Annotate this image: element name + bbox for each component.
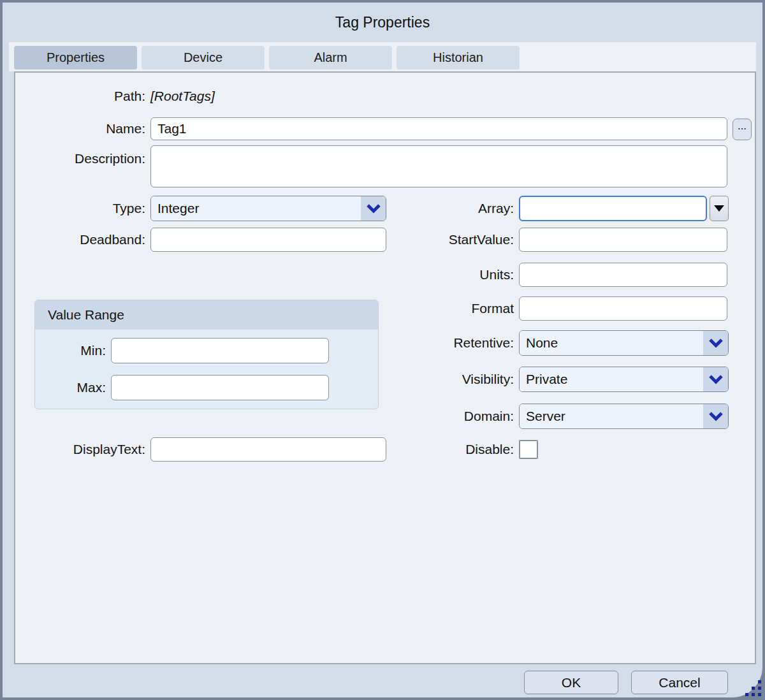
startvalue-label: StartValue: xyxy=(270,228,514,252)
title-bar[interactable]: Tag Properties xyxy=(3,3,762,42)
grip-dot xyxy=(758,687,761,690)
visibility-select[interactable]: Private xyxy=(519,367,729,392)
grip-dot xyxy=(758,680,761,683)
name-input[interactable] xyxy=(150,117,727,140)
retentive-select[interactable]: None xyxy=(519,330,729,356)
name-label: Name: xyxy=(15,117,145,140)
description-label: Description: xyxy=(15,145,145,172)
grip-dot xyxy=(752,687,755,690)
tab-alarm[interactable]: Alarm xyxy=(269,46,392,69)
grip-dot xyxy=(745,693,748,696)
visibility-select-value: Private xyxy=(520,367,703,391)
disable-label: Disable: xyxy=(270,437,514,462)
tab-properties[interactable]: Properties xyxy=(14,46,137,69)
domain-select[interactable]: Server xyxy=(519,404,729,429)
tab-device[interactable]: Device xyxy=(142,46,265,69)
grip-dot xyxy=(752,693,755,696)
units-label: Units: xyxy=(270,263,514,287)
path-label: Path: xyxy=(15,87,145,106)
domain-select-button[interactable] xyxy=(703,404,728,428)
max-label: Max: xyxy=(34,375,106,400)
disable-checkbox[interactable] xyxy=(519,440,538,459)
name-browse-button[interactable]: ... xyxy=(732,119,752,140)
array-label: Array: xyxy=(270,196,514,221)
domain-label: Domain: xyxy=(270,404,514,429)
retentive-select-button[interactable] xyxy=(703,331,728,355)
retentive-select-value: None xyxy=(520,331,703,355)
dropdown-arrow-icon xyxy=(714,205,724,212)
grip-dot xyxy=(758,693,761,696)
value-range-title: Value Range xyxy=(35,300,378,330)
visibility-select-button[interactable] xyxy=(703,367,728,391)
path-value: [RootTags] xyxy=(150,87,342,106)
deadband-label: Deadband: xyxy=(15,228,145,252)
resize-grip[interactable] xyxy=(730,665,765,700)
array-dropdown-button[interactable] xyxy=(710,196,729,221)
ok-button[interactable]: OK xyxy=(524,671,618,694)
tab-historian[interactable]: Historian xyxy=(397,46,520,69)
window-title: Tag Properties xyxy=(335,14,430,31)
cancel-button[interactable]: Cancel xyxy=(631,671,728,694)
array-input[interactable] xyxy=(519,196,707,221)
format-input[interactable] xyxy=(519,296,727,321)
properties-panel: Path: [RootTags] Name: ... Description: … xyxy=(14,71,756,664)
displaytext-label: DisplayText: xyxy=(15,437,145,462)
min-label: Min: xyxy=(34,338,106,363)
retentive-label: Retentive: xyxy=(270,330,514,356)
type-label: Type: xyxy=(15,196,145,221)
chevron-down-icon xyxy=(708,339,724,348)
description-input[interactable] xyxy=(150,145,727,187)
startvalue-input[interactable] xyxy=(519,228,727,252)
units-input[interactable] xyxy=(519,263,727,287)
visibility-label: Visibility: xyxy=(270,367,514,392)
tag-properties-dialog: Tag Properties Properties Device Alarm H… xyxy=(0,0,765,700)
chevron-down-icon xyxy=(708,375,724,384)
tab-strip: Properties Device Alarm Historian xyxy=(9,42,756,71)
chevron-down-icon xyxy=(708,412,724,421)
domain-select-value: Server xyxy=(520,404,703,428)
